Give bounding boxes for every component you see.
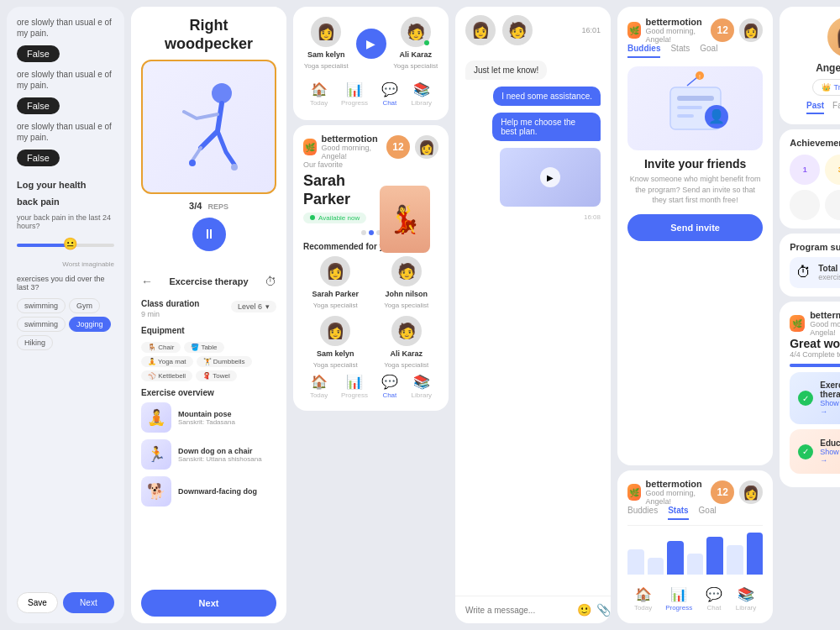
progress-icon-2: 📊 xyxy=(346,374,363,390)
tag-hiking[interactable]: Hiking xyxy=(17,335,53,350)
tab-favorite[interactable]: Favorite xyxy=(832,101,840,114)
svg-rect-5 xyxy=(677,106,702,109)
trainer-card-inner: Our favorite Sarah Parker Available now … xyxy=(303,160,438,227)
stats-tab-stats[interactable]: Stats xyxy=(668,506,688,520)
dot-2 xyxy=(369,230,374,235)
eq-table: 🪣 Table xyxy=(184,342,223,353)
chat-messages: Just let me know! I need some assistance… xyxy=(455,54,611,596)
bottom-nav-2: 🏠 Today 📊 Progress 💬 Chat 📚 Library xyxy=(303,369,438,402)
try-free-button[interactable]: 👑 Try free trial xyxy=(812,79,840,96)
nav-library-stats[interactable]: 📚 Library xyxy=(736,586,756,612)
exercise-next-button[interactable]: Next xyxy=(141,590,276,617)
nav-progress-stats[interactable]: 📊 Progress xyxy=(665,586,692,612)
video-message[interactable]: ▶ xyxy=(500,148,601,207)
pain-slider[interactable]: 😐 xyxy=(17,237,114,254)
svg-point-1 xyxy=(189,160,196,166)
bm-brand-group: bettermotion Good morning, Angela! xyxy=(322,134,381,160)
slider-label: Worst imaginable xyxy=(17,260,114,268)
show-more-2[interactable]: Show more → xyxy=(820,448,840,465)
rec-role-3: Yoga specialist xyxy=(313,361,358,369)
next-button[interactable]: Next xyxy=(63,592,114,613)
emoji-icon[interactable]: 🙂 xyxy=(577,603,591,617)
buddies-panel: 🌿 bettermotion Good morning, Angela! 12 … xyxy=(617,7,773,623)
bar-1 xyxy=(627,549,644,575)
chat-input[interactable] xyxy=(465,606,572,615)
bar-7 xyxy=(747,533,764,575)
msg-time: 16:08 xyxy=(465,213,601,221)
nav-chat-2[interactable]: 💬 Chat xyxy=(381,374,398,399)
badge-num-1: 1 xyxy=(803,165,807,174)
stats-tab-goal[interactable]: Goal xyxy=(699,506,717,520)
tab-goal-b[interactable]: Goal xyxy=(700,44,717,58)
buddies-brand-group: bettermotion Good morning, Angela! xyxy=(646,17,706,44)
therapy-label-1: Exercise therapy xyxy=(820,381,840,399)
nav-library-stats-label: Library xyxy=(736,604,756,612)
chevron-down-icon[interactable]: ▾ xyxy=(265,302,270,311)
buddies-number-badge: 12 xyxy=(711,18,734,42)
specialist-role-1: Yoga specialist xyxy=(304,62,349,70)
stats-tab-buddies[interactable]: Buddies xyxy=(627,506,658,520)
nav-progress-1[interactable]: 📊 Progress xyxy=(341,81,368,107)
eq-dumbbells: 🏋 Dumbbells xyxy=(197,356,252,367)
nav-today-2[interactable]: 🏠 Today xyxy=(310,374,328,399)
exercise-sub-1: Sanskrit: Tadasana xyxy=(178,418,235,426)
nav-chat-stats[interactable]: 💬 Chat xyxy=(706,586,722,612)
nav-progress-2[interactable]: 📊 Progress xyxy=(341,374,368,399)
rec-name-3: Sam kelyn xyxy=(317,349,354,358)
eq-towel: 🧣 Towel xyxy=(196,370,237,381)
prog-item: ⏱ Total time exercised xyxy=(790,257,840,288)
exercise-info-1: Mountain pose Sanskrit: Tadasana xyxy=(178,410,235,426)
false-button-1[interactable]: False xyxy=(17,45,60,62)
send-invite-button[interactable]: Send invite xyxy=(627,214,763,241)
nav-library-label-2: Library xyxy=(412,391,432,399)
exercise-thumb-1: 🧘 xyxy=(141,402,171,433)
nav-chat-1[interactable]: 💬 Chat xyxy=(381,81,398,107)
tag-swimming[interactable]: swimming xyxy=(17,298,66,313)
buddies-avatar-group: 12 👩 xyxy=(711,18,763,42)
nav-library-2[interactable]: 📚 Library xyxy=(412,374,432,399)
great-work-brand-group: bettermotion Good morning, Angela! xyxy=(810,310,840,337)
nav-today-label: Today xyxy=(310,99,328,107)
great-work-title: Great work! xyxy=(790,337,840,350)
library-icon-stats: 📚 xyxy=(738,586,754,602)
false-button-3[interactable]: False xyxy=(17,150,60,166)
svg-point-0 xyxy=(212,83,232,103)
nav-today-stats[interactable]: 🏠 Today xyxy=(634,586,652,612)
bar-5 xyxy=(706,537,723,575)
back-arrow-icon[interactable]: ← xyxy=(141,275,153,288)
tag-swimming2[interactable]: swimming xyxy=(17,317,66,332)
online-indicator-2 xyxy=(424,40,429,45)
overview-title: Exercise overview xyxy=(141,388,276,397)
save-button[interactable]: Save xyxy=(17,592,58,613)
video-play-button[interactable]: ▶ xyxy=(540,167,560,187)
nav-library-1[interactable]: 📚 Library xyxy=(412,81,432,107)
pause-button[interactable]: ⏸ xyxy=(192,218,226,251)
false-button-2[interactable]: False xyxy=(17,97,60,114)
slider-emoji: 😐 xyxy=(63,237,77,250)
check-icon-2: ✓ xyxy=(798,444,813,459)
tab-past[interactable]: Past xyxy=(806,101,824,114)
badge-4 xyxy=(790,190,820,220)
bm-user-avatar: 👩 xyxy=(415,135,438,159)
exercise-name-1: Mountain pose xyxy=(178,410,235,418)
exercise-thumb-2: 🏃 xyxy=(141,439,171,470)
clock-icon: ⏱ xyxy=(265,275,276,288)
svg-text:!: ! xyxy=(699,74,701,80)
exercise-thumb-3: 🐕 xyxy=(141,476,171,507)
specialists-play-button[interactable]: ▶ xyxy=(356,29,386,59)
rec-role-1: Yoga specialist xyxy=(313,302,358,309)
tab-stats-b[interactable]: Stats xyxy=(670,44,690,58)
tag-jogging[interactable]: Jogging xyxy=(69,317,111,332)
tab-buddies[interactable]: Buddies xyxy=(627,44,660,58)
show-more-1[interactable]: Show more → xyxy=(820,399,840,416)
timer-icon: ⏱ xyxy=(796,264,811,281)
home-icon-2: 🏠 xyxy=(311,374,328,390)
exercise-illustration xyxy=(141,60,276,194)
exercise-info-3: Downward-facing dog xyxy=(178,487,257,496)
tag-gym[interactable]: Gym xyxy=(69,298,100,313)
attachment-icon[interactable]: 📎 xyxy=(596,603,611,617)
available-dot xyxy=(310,215,315,220)
exercise-sub-2: Sanskrit: Uttana shishosana xyxy=(178,455,262,463)
eq-chair: 🪑 Chair xyxy=(141,342,181,353)
nav-today-1[interactable]: 🏠 Today xyxy=(310,81,328,107)
